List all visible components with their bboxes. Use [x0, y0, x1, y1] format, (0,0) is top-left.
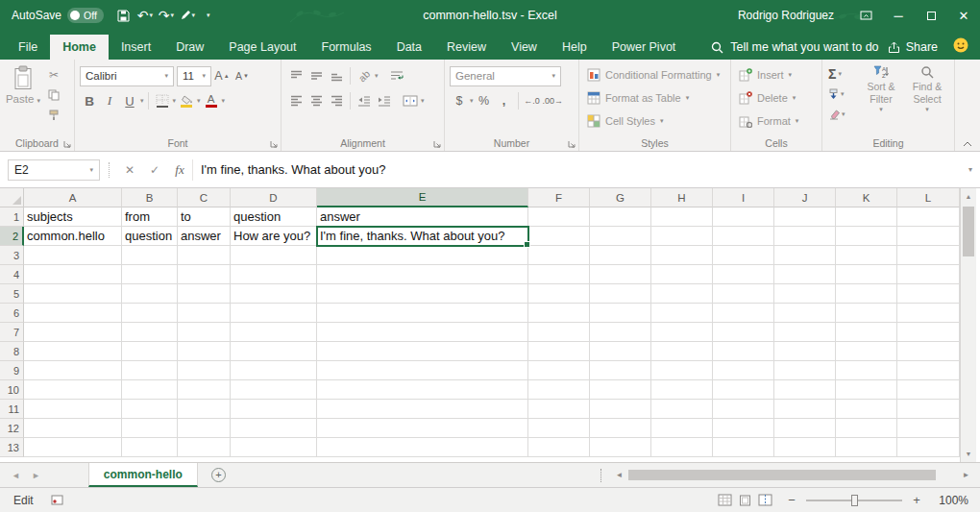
underline-dropdown-icon[interactable]: ▾ [140, 97, 144, 105]
cell-H2[interactable] [651, 227, 713, 246]
cell-L2[interactable] [897, 227, 960, 246]
cell-G1[interactable] [590, 207, 651, 227]
cell-J2[interactable] [774, 227, 836, 246]
cell-K6[interactable] [836, 304, 897, 323]
cell-L12[interactable] [897, 419, 960, 438]
merge-center-dropdown-icon[interactable]: ▾ [421, 97, 425, 105]
horizontal-scroll-track[interactable] [627, 469, 958, 481]
cell-E13[interactable] [317, 438, 528, 457]
cell-I1[interactable] [713, 207, 774, 227]
select-all-button[interactable] [0, 188, 24, 207]
cell-A5[interactable] [24, 284, 122, 304]
close-button[interactable]: ✕ [947, 0, 980, 31]
cell-B7[interactable] [122, 323, 178, 342]
touch-mode-pen-button[interactable]: ▾ [177, 2, 198, 29]
cell-C6[interactable] [178, 304, 231, 323]
cell-E11[interactable] [317, 400, 528, 419]
zoom-slider-thumb[interactable] [851, 495, 858, 506]
cell-A7[interactable] [24, 323, 122, 342]
ribbon-display-options-button[interactable] [849, 0, 882, 31]
borders-button[interactable] [153, 91, 172, 111]
italic-button[interactable]: I [100, 91, 119, 111]
cell-C4[interactable] [178, 265, 231, 284]
cell-D2[interactable]: How are you? [231, 227, 317, 246]
sheet-tab-common-hello[interactable]: common-hello [88, 463, 198, 487]
zoom-slider-track[interactable] [806, 500, 902, 501]
increase-decimal-button[interactable]: ←.0 [523, 91, 542, 111]
sort-filter-button[interactable]: AZ Sort & Filter▾ [858, 63, 904, 123]
cell-D7[interactable] [231, 323, 317, 342]
ribbon-tab-draw[interactable]: Draw [163, 35, 216, 60]
row-header-2[interactable]: 2 [0, 227, 24, 246]
font-color-button[interactable]: A [202, 91, 221, 111]
cell-I12[interactable] [713, 419, 774, 438]
row-header-9[interactable]: 9 [0, 361, 24, 380]
pen-dropdown-icon[interactable]: ▾ [192, 12, 196, 19]
cell-G5[interactable] [590, 284, 651, 304]
cell-B5[interactable] [122, 284, 178, 304]
wrap-text-button[interactable] [387, 66, 406, 86]
cell-G11[interactable] [590, 400, 651, 419]
cell-D9[interactable] [231, 361, 317, 380]
paste-dropdown-icon[interactable]: ▾ [37, 97, 41, 104]
cell-B6[interactable] [122, 304, 178, 323]
cell-F2[interactable] [528, 227, 590, 246]
cell-D8[interactable] [231, 342, 317, 361]
cell-F9[interactable] [528, 361, 590, 380]
cell-I5[interactable] [713, 284, 774, 304]
cell-G2[interactable] [590, 227, 651, 246]
bold-button[interactable]: B [80, 91, 99, 111]
vertical-scroll-thumb[interactable] [963, 207, 974, 256]
cell-C9[interactable] [178, 361, 231, 380]
increase-indent-button[interactable] [375, 91, 394, 111]
cell-G6[interactable] [590, 304, 651, 323]
cell-B10[interactable] [122, 380, 178, 400]
cell-B13[interactable] [122, 438, 178, 457]
bottom-align-button[interactable] [327, 66, 346, 86]
cell-B1[interactable]: from [122, 207, 178, 227]
redo-dropdown-icon[interactable]: ▾ [170, 12, 174, 19]
cell-K2[interactable] [836, 227, 897, 246]
cell-K10[interactable] [836, 380, 897, 400]
delete-cells-button[interactable]: Delete▾ [734, 86, 819, 110]
cell-H10[interactable] [651, 380, 713, 400]
autosum-button[interactable]: Σ▾ [825, 64, 858, 83]
cell-E10[interactable] [317, 380, 528, 400]
autosave-toggle[interactable]: AutoSave Off [0, 8, 113, 23]
decrease-indent-button[interactable] [355, 91, 374, 111]
enter-button[interactable]: ✓ [142, 159, 167, 181]
cell-L8[interactable] [897, 342, 960, 361]
cell-K3[interactable] [836, 246, 897, 265]
align-center-button[interactable] [306, 91, 326, 111]
column-header-J[interactable]: J [774, 188, 836, 207]
merge-center-button[interactable] [401, 91, 420, 111]
collapse-ribbon-button[interactable] [963, 141, 972, 147]
column-header-B[interactable]: B [122, 188, 178, 207]
cell-J9[interactable] [774, 361, 836, 380]
decrease-font-size-button[interactable]: A▼ [233, 66, 252, 86]
formula-input[interactable]: I'm fine, thanks. What about you? [192, 159, 961, 181]
cell-C11[interactable] [178, 400, 231, 419]
cell-K8[interactable] [836, 342, 897, 361]
user-name[interactable]: Rodrigo Rodriguez [738, 9, 834, 22]
format-painter-button[interactable] [43, 107, 64, 123]
undo-button[interactable]: ↶▾ [135, 2, 156, 29]
cell-G4[interactable] [590, 265, 651, 284]
column-header-C[interactable]: C [178, 188, 231, 207]
cell-L9[interactable] [897, 361, 960, 380]
ribbon-tab-view[interactable]: View [499, 35, 550, 60]
cell-G3[interactable] [590, 246, 651, 265]
cell-K5[interactable] [836, 284, 897, 304]
cell-K1[interactable] [836, 207, 897, 227]
redo-button[interactable]: ↷▾ [156, 2, 177, 29]
fill-color-dropdown-icon[interactable]: ▾ [197, 97, 201, 105]
fill-color-button[interactable] [177, 91, 196, 111]
cell-H12[interactable] [651, 419, 713, 438]
column-header-I[interactable]: I [713, 188, 774, 207]
cell-L3[interactable] [897, 246, 960, 265]
column-header-F[interactable]: F [528, 188, 590, 207]
orientation-button[interactable]: ab [355, 66, 374, 86]
maximize-button[interactable] [915, 0, 947, 31]
cell-F11[interactable] [528, 400, 590, 419]
cell-F3[interactable] [528, 246, 590, 265]
